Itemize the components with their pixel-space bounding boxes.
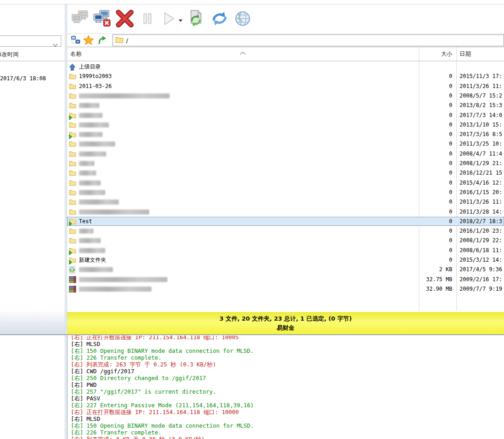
ftp-client-window: 修改时间 2017/6/3 18:08: [0, 0, 504, 439]
log-lines: [右]正在打开数据连接 IP: 211.154.164.118 端口: 1000…: [68, 336, 504, 439]
log-line-prefix: [右]: [71, 361, 83, 368]
file-date: 2017/7/3 14:0: [460, 111, 504, 120]
file-row[interactable]: 02008/6/18 11:: [67, 246, 504, 255]
log-line: [右]正在打开数据连接 IP: 211.154.164.118 端口: 1000…: [71, 409, 504, 415]
file-row[interactable]: 2 KB2017/4/5 9:36: [67, 265, 504, 274]
column-header-modified[interactable]: 修改时间: [0, 51, 19, 58]
blurred-file-name: [79, 287, 152, 292]
file-date: 2018/2/7 18:3: [460, 217, 504, 226]
file-row[interactable]: 02008/1/29 22:: [67, 236, 504, 245]
log-line-prefix: [右]: [71, 402, 83, 409]
file-row[interactable]: 02016/1/15 20:: [67, 188, 504, 197]
file-name: Test: [79, 217, 92, 226]
file-row[interactable]: 新建文件夹02015/3/12 14:: [67, 255, 504, 264]
blurred-file-name: [79, 171, 96, 176]
file-row[interactable]: 02013/1/10 15:: [67, 120, 504, 129]
log-line: [右]257 "/ggif/2017" is current directory…: [71, 388, 504, 395]
connect-button[interactable]: [69, 9, 91, 30]
file-row[interactable]: 02011/3/26 11:: [67, 197, 504, 206]
file-size: 0: [419, 159, 452, 168]
file-row[interactable]: 02017/7/3 14:0: [67, 111, 504, 120]
web-browser-button[interactable]: [232, 9, 254, 30]
file-row[interactable]: 02013/8/2 15:3: [67, 101, 504, 110]
log-panel[interactable]: [右]正在打开数据连接 IP: 211.154.164.118 端口: 1000…: [67, 336, 504, 439]
sort-ascending-icon: [240, 48, 246, 57]
file-date: 2008/1/29 21:: [460, 159, 504, 168]
file-size: 0: [419, 226, 452, 235]
local-file-date: 2017/6/3 18:08: [0, 74, 65, 83]
column-separator[interactable]: [419, 47, 419, 61]
queue-dropdown-button[interactable]: [177, 9, 184, 30]
folder-icon: [69, 131, 77, 138]
blurred-file-name: [79, 277, 167, 282]
file-row[interactable]: 02011/3/25 10:: [67, 139, 504, 148]
transfer-queue-button[interactable]: [185, 9, 207, 30]
site-manager-button[interactable]: [70, 35, 82, 46]
file-row[interactable]: 02016/12/21 15: [67, 168, 504, 177]
column-header-name[interactable]: 名称: [70, 47, 82, 61]
name-cell: 1999to2003: [69, 72, 418, 81]
file-row[interactable]: Test02018/2/7 18:3: [67, 217, 504, 226]
file-date: 2016/12/21 15: [460, 168, 504, 177]
resume-button[interactable]: [157, 9, 179, 30]
file-date: 2011/3/28 14:: [460, 207, 504, 216]
blurred-file-name: [79, 113, 103, 118]
log-line-prefix: [右]: [71, 409, 83, 415]
file-date: 2009/2/16 17:: [460, 275, 504, 284]
file-date: 2008/6/18 11:: [460, 246, 504, 255]
column-separator[interactable]: [456, 47, 457, 61]
file-row[interactable]: 02016/1/20 23:: [67, 226, 504, 235]
file-row[interactable]: 1999to200302015/11/3 17:: [67, 72, 504, 81]
folder-icon: [69, 237, 77, 244]
file-row[interactable]: 02008/4/7 11:4: [67, 149, 504, 158]
file-size: 0: [419, 178, 452, 187]
file-row[interactable]: 32.90 MB2009/7/7 9:19: [67, 284, 504, 293]
pause-button[interactable]: [138, 9, 157, 30]
file-row[interactable]: 02008/5/7 15:2: [67, 91, 504, 100]
globe-icon: [232, 8, 253, 31]
favorites-button[interactable]: [83, 35, 94, 46]
file-date: 2011/3/26 11:: [460, 197, 504, 206]
column-header-date[interactable]: 日期: [460, 47, 471, 61]
file-date: 2011/3/25 10:: [460, 139, 504, 148]
local-path-combobox[interactable]: [0, 35, 61, 47]
log-line-prefix: [右]: [71, 388, 83, 395]
file-row[interactable]: 02015/4/16 12:: [67, 178, 504, 187]
file-size: 0: [419, 236, 452, 245]
file-size: 2 KB: [419, 265, 452, 274]
file-size: 0: [419, 139, 452, 148]
name-cell: [69, 168, 418, 177]
name-cell: [69, 265, 418, 274]
file-size: 0: [419, 246, 452, 255]
folder-icon: [69, 179, 77, 186]
file-size: 32.75 MB: [419, 275, 452, 284]
file-row[interactable]: 02011/3/28 14:: [67, 207, 504, 216]
refresh-button[interactable]: [209, 9, 230, 30]
file-row[interactable]: 2011-03-2602011/3/26 11:: [67, 82, 504, 91]
file-size: 0: [419, 111, 452, 120]
file-date: 2015/11/3 17:: [460, 72, 504, 81]
parent-dir-row[interactable]: 上级目录: [67, 62, 504, 71]
log-line-prefix: [右]: [71, 347, 83, 354]
file-row[interactable]: 32.75 MB2009/2/16 17:: [67, 275, 504, 284]
name-cell: [69, 101, 418, 110]
connect-icon: [70, 8, 91, 31]
blurred-file-name: [79, 141, 115, 146]
file-row[interactable]: 02008/1/29 21:: [67, 159, 504, 168]
log-line: [右]PASV: [71, 395, 504, 402]
disconnect-button[interactable]: [92, 9, 113, 30]
file-row[interactable]: 02017/3/16 8:5: [67, 130, 504, 139]
path-input[interactable]: /: [113, 34, 504, 46]
go-up-button[interactable]: [96, 35, 108, 46]
abort-button[interactable]: [114, 9, 136, 30]
file-date: 2015/4/16 12:: [460, 178, 504, 187]
blurred-file-name: [79, 122, 109, 127]
folder-icon: [69, 169, 77, 176]
folder-icon: [69, 92, 77, 99]
local-status-bar: [0, 311, 65, 334]
log-line-prefix: [右]: [71, 381, 83, 388]
log-line: [右]226 Transfer complete.: [71, 429, 504, 436]
name-cell: [69, 178, 418, 187]
blurred-file-name: [79, 151, 106, 156]
local-list-header: 修改时间: [0, 47, 65, 61]
